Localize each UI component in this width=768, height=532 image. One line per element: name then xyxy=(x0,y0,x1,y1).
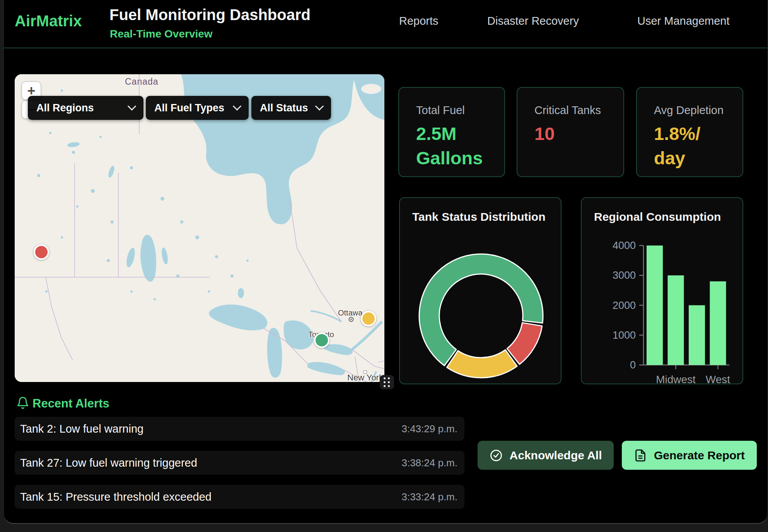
regional-consumption-bar-chart: 01000200030004000MidwestWest xyxy=(582,198,744,385)
stat-value: 1.8%/day xyxy=(654,121,703,171)
map-resize-handle[interactable] xyxy=(380,375,394,389)
stat-value: 2.5M Gallons xyxy=(416,121,495,171)
alert-message: Tank 2: Low fuel warning xyxy=(20,423,143,435)
nav-user-management[interactable]: User Management xyxy=(637,15,730,27)
fuel-type-filter-dropdown[interactable]: All Fuel Types xyxy=(146,96,249,120)
stat-card-avg-depletion: Avg Depletion 1.8%/day xyxy=(636,87,743,177)
map-country-label: Canada xyxy=(125,77,159,87)
generate-report-label: Generate Report xyxy=(654,449,745,462)
region-filter-value: All Regions xyxy=(36,102,94,114)
status-filter-value: All Status xyxy=(260,102,308,114)
alert-message: Tank 27: Low fuel warning triggered xyxy=(20,457,197,469)
recent-alerts-heading: Recent Alerts xyxy=(32,397,109,411)
nav-reports[interactable]: Reports xyxy=(399,15,439,27)
stat-label: Avg Depletion xyxy=(654,104,742,117)
alert-timestamp: 3:33:24 p.m. xyxy=(401,491,457,503)
tank-marker-warning[interactable] xyxy=(361,311,376,326)
svg-text:4000: 4000 xyxy=(613,240,636,251)
new-york-city-icon xyxy=(364,370,367,374)
fuel-type-filter-value: All Fuel Types xyxy=(154,102,224,114)
stat-card-critical-tanks: Critical Tanks 10 xyxy=(517,87,624,177)
document-icon xyxy=(634,449,647,462)
stat-value: 10 xyxy=(534,121,614,146)
fuel-monitoring-dashboard: AirMatrix Fuel Monitoring Dashboard Real… xyxy=(0,0,768,532)
page-subtitle: Real-Time Overview xyxy=(110,28,213,40)
alert-row[interactable]: Tank 15: Pressure threshold exceeded 3:3… xyxy=(15,485,464,509)
stat-card-total-fuel: Total Fuel 2.5M Gallons xyxy=(398,87,505,177)
page-title: Fuel Monitoring Dashboard xyxy=(109,6,311,24)
svg-text:3000: 3000 xyxy=(613,269,636,281)
svg-text:0: 0 xyxy=(630,359,636,371)
nav-disaster-recovery[interactable]: Disaster Recovery xyxy=(487,15,579,27)
acknowledge-all-button[interactable]: Acknowledge All xyxy=(478,441,614,470)
acknowledge-all-label: Acknowledge All xyxy=(510,449,602,462)
app-logo: AirMatrix xyxy=(15,12,82,30)
chevron-down-icon xyxy=(128,102,137,111)
generate-report-button[interactable]: Generate Report xyxy=(622,441,757,470)
tank-marker-normal[interactable] xyxy=(314,332,329,348)
map-city-new-york: New York xyxy=(347,373,383,382)
tank-status-donut-chart xyxy=(400,198,562,385)
region-filter-dropdown[interactable]: All Regions xyxy=(28,96,143,120)
header-divider xyxy=(3,48,767,48)
regional-consumption-card: Regional Consumption 01000200030004000Mi… xyxy=(581,197,743,384)
svg-text:1000: 1000 xyxy=(613,329,636,341)
status-filter-dropdown[interactable]: All Status xyxy=(251,96,331,120)
stat-label: Total Fuel xyxy=(416,104,504,117)
bell-icon xyxy=(16,396,29,410)
alert-timestamp: 3:43:29 p.m. xyxy=(401,423,457,435)
chevron-down-icon xyxy=(315,102,324,111)
svg-text:2000: 2000 xyxy=(613,300,636,311)
tank-marker-critical[interactable] xyxy=(34,244,49,260)
tank-status-distribution-card: Tank Status Distribution xyxy=(399,197,561,384)
alert-message: Tank 15: Pressure threshold exceeded xyxy=(20,491,212,503)
check-circle-icon xyxy=(490,449,503,462)
ottawa-city-icon xyxy=(348,316,354,322)
alert-row[interactable]: Tank 27: Low fuel warning triggered 3:38… xyxy=(15,451,464,475)
alert-row[interactable]: Tank 2: Low fuel warning 3:43:29 p.m. xyxy=(15,417,464,441)
svg-text:West: West xyxy=(706,373,730,385)
chevron-down-icon xyxy=(233,102,242,111)
tank-map[interactable]: Canada Ottawa Toronto New York + − All R… xyxy=(15,74,384,382)
svg-text:Midwest: Midwest xyxy=(656,373,696,385)
alert-timestamp: 3:38:24 p.m. xyxy=(401,457,457,469)
stat-label: Critical Tanks xyxy=(534,104,623,117)
